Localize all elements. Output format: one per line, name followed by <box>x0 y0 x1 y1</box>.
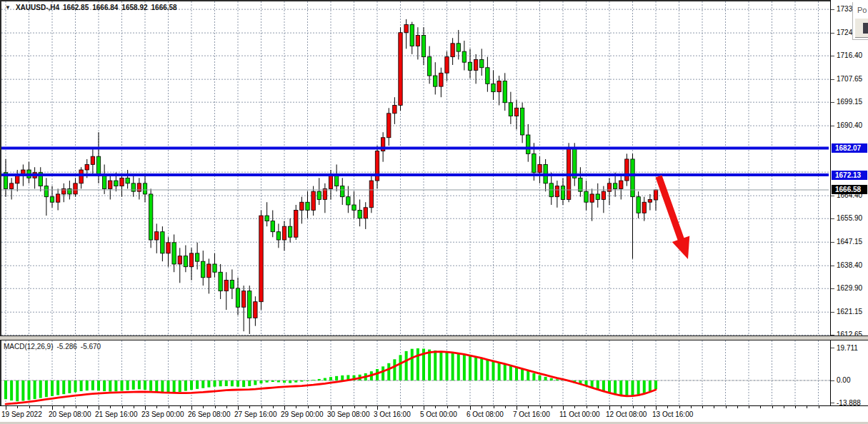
bear-candle <box>584 191 588 202</box>
time-axis-minor-tick <box>702 406 703 408</box>
time-axis-minor-tick <box>459 406 459 408</box>
bear-candle <box>527 135 530 153</box>
macd-histogram-bar <box>625 380 628 396</box>
bull-candle <box>9 183 13 189</box>
macd-histogram-bar <box>399 355 402 380</box>
price-axis[interactable]: 1733.651724.901716.401707.651699.151690.… <box>830 0 868 405</box>
macd-histogram-bar <box>428 350 431 380</box>
bear-candle <box>631 159 634 197</box>
price-axis-tick <box>831 9 834 10</box>
time-axis-minor-tick <box>482 406 482 408</box>
macd-histogram-bar <box>28 380 31 400</box>
bull-candle <box>451 44 454 57</box>
time-axis-minor-tick <box>319 406 320 408</box>
bull-candle <box>74 183 77 194</box>
time-axis-minor-tick <box>621 406 622 408</box>
macd-histogram-bar <box>329 377 332 380</box>
symbol-period-label: XAUUSD-,H4 <box>16 4 59 11</box>
time-axis-tick <box>424 406 424 410</box>
macd-histogram-bar <box>294 380 297 383</box>
macd-histogram-bar <box>190 380 193 390</box>
macd-histogram-bar <box>504 363 507 380</box>
macd-histogram-bar <box>492 361 495 380</box>
symbol-dropdown-icon[interactable]: ▼ <box>5 4 11 11</box>
macd-histogram-bar <box>196 380 199 389</box>
time-axis-minor-tick <box>667 406 668 408</box>
bear-candle <box>201 261 205 278</box>
macd-histogram-bar <box>602 380 605 391</box>
macd-histogram-bar <box>173 380 176 393</box>
time-axis-minor-tick <box>679 406 680 408</box>
bear-candle <box>219 272 222 291</box>
time-axis-minor-tick <box>598 406 599 408</box>
bear-candle <box>265 216 269 221</box>
macd-histogram-bar <box>381 366 384 380</box>
bull-candle <box>207 264 211 278</box>
main-chart-pane[interactable] <box>0 0 830 335</box>
macd-histogram-bar <box>62 380 65 394</box>
time-axis-minor-tick <box>540 406 541 408</box>
macd-histogram-bar <box>271 380 274 382</box>
bear-candle <box>172 243 176 264</box>
macd-histogram-bar <box>335 376 338 380</box>
price-chart-canvas[interactable] <box>0 0 830 335</box>
time-axis-minor-tick <box>226 406 227 408</box>
bull-candle <box>648 199 652 202</box>
bear-candle <box>213 264 216 272</box>
price-axis-tick <box>831 102 834 103</box>
bear-candle <box>520 108 524 135</box>
macd-histogram-bar <box>179 380 181 392</box>
bull-candle <box>311 191 315 210</box>
time-axis-label: 19 Sep 2022 <box>1 410 42 418</box>
macd-indicator-pane[interactable] <box>0 340 830 405</box>
time-axis-minor-tick <box>726 406 727 408</box>
time-axis[interactable]: 19 Sep 202220 Sep 08:0021 Sep 16:0023 Se… <box>0 405 868 422</box>
macd-histogram-bar <box>539 375 542 380</box>
line-price-badge: 1672.13 <box>832 171 867 180</box>
time-axis-tick <box>609 406 610 410</box>
price-axis-tick <box>831 266 834 266</box>
macd-scale-tick <box>831 380 834 381</box>
macd-scale-label: 19.711 <box>837 344 858 352</box>
down-arrow-annotation[interactable] <box>659 176 689 259</box>
popup-button[interactable] <box>854 18 868 38</box>
time-axis-tick <box>52 406 53 410</box>
arrow-shaft <box>659 176 682 241</box>
macd-histogram-bar <box>56 380 59 395</box>
time-axis-minor-tick <box>366 406 366 408</box>
macd-histogram-bar <box>643 380 646 393</box>
macd-histogram-bar <box>614 380 617 394</box>
macd-histogram-bar <box>248 380 251 386</box>
macd-scale-tick <box>831 403 834 403</box>
time-axis-minor-tick <box>819 406 819 408</box>
macd-histogram-bar <box>318 379 321 380</box>
bear-candle <box>143 183 146 194</box>
bull-candle <box>85 164 89 170</box>
time-axis-minor-tick <box>633 406 634 408</box>
time-axis-tick <box>238 406 239 410</box>
bull-candle <box>404 24 408 32</box>
pane-divider[interactable] <box>0 335 868 340</box>
bear-candle <box>230 281 234 288</box>
bear-candle <box>334 176 338 186</box>
bull-candle <box>439 73 443 86</box>
bear-candle <box>50 197 54 203</box>
window-left-border <box>0 0 1 424</box>
time-axis-minor-tick <box>749 406 749 408</box>
bull-candle <box>369 181 373 208</box>
bear-candle <box>613 183 617 189</box>
bear-candle <box>509 103 512 116</box>
macd-histogram-bar <box>312 380 315 380</box>
macd-canvas[interactable] <box>0 340 830 405</box>
macd-histogram-bar <box>266 380 269 383</box>
macd-scale-tick <box>831 348 834 348</box>
bull-candle <box>387 113 391 138</box>
current-price-badge: 1666.58 <box>832 185 867 194</box>
bear-candle <box>341 186 344 197</box>
price-axis-label: 1621.15 <box>837 308 862 316</box>
bear-candle <box>236 288 239 307</box>
bull-candle <box>224 281 228 291</box>
time-axis-label: 21 Sep 16:00 <box>95 410 138 418</box>
macd-signal-value: -5.670 <box>81 343 101 350</box>
bear-candle <box>434 76 437 86</box>
